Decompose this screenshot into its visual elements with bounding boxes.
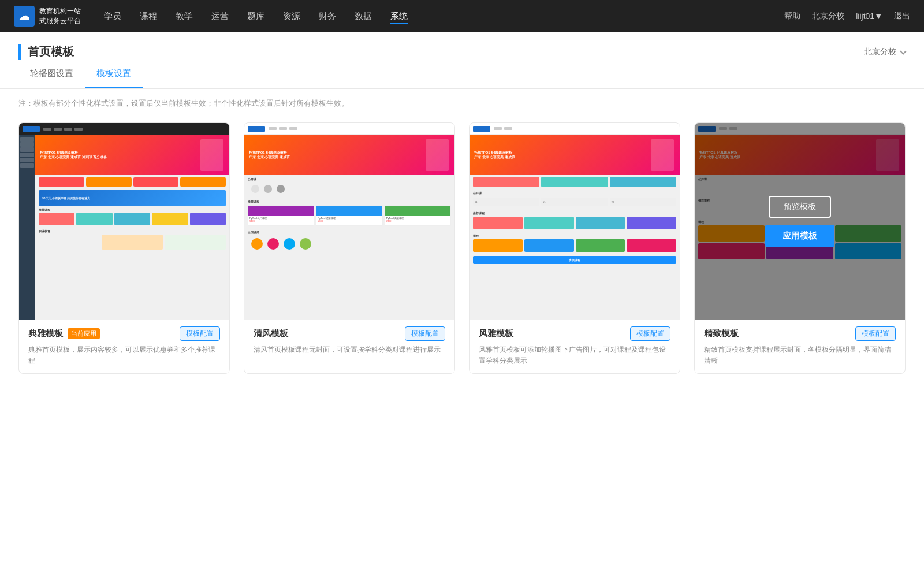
nav-item-system[interactable]: 系统 bbox=[390, 9, 408, 24]
sidebar-item bbox=[20, 137, 34, 142]
recommend-card bbox=[524, 217, 574, 229]
template-preview-2: 托福TPO1-54真题及解析广东 北京 心语完美 速成班 公开课 bbox=[244, 123, 454, 320]
public-section-2: 公开课 bbox=[244, 175, 454, 198]
avatar-1 bbox=[251, 185, 259, 193]
recommend-card bbox=[114, 213, 150, 225]
page-content: 首页模板 北京分校 轮播图设置 模板设置 注：模板有部分个性化样式设置，设置后仅… bbox=[0, 32, 924, 572]
course-card bbox=[473, 239, 523, 252]
nav-item-students[interactable]: 学员 bbox=[104, 9, 121, 24]
nav-item-questions[interactable]: 题库 bbox=[247, 9, 264, 24]
preview-inner-1: 托福TPO1-54真题及解析广东 北京 心语完美 速成班 冲刺班 百分准备 bbox=[19, 123, 229, 320]
course-card bbox=[576, 239, 625, 252]
nav-item-data[interactable]: 数据 bbox=[355, 9, 372, 24]
navigation: ☁ 教育机构一站 式服务云平台 学员 课程 教学 运营 题库 资源 财务 数据 … bbox=[0, 0, 924, 32]
logo-icon: ☁ bbox=[14, 6, 35, 27]
recommend-card bbox=[39, 213, 74, 225]
coupon-1 bbox=[39, 177, 84, 187]
template-name-2: 清风模板 bbox=[254, 328, 288, 339]
branch-selector[interactable]: 北京分校 bbox=[864, 47, 906, 57]
nav-item-finance[interactable]: 财务 bbox=[319, 9, 336, 24]
config-button-3[interactable]: 模板配置 bbox=[630, 326, 670, 341]
template-name-row-3: 风雅模板 模板配置 bbox=[479, 326, 670, 341]
sidebar-item bbox=[20, 163, 34, 168]
ads-row-3 bbox=[470, 175, 680, 189]
preview-nav-items-1 bbox=[43, 128, 83, 131]
course-card: PyTorch高级课程 ¥499 bbox=[385, 205, 451, 226]
nav-item-teaching[interactable]: 教学 bbox=[176, 9, 193, 24]
template-card-3: 托福TPO1-54真题及解析广东 北京 心语完美 速成班 公开课 ¥1 ¥1 bbox=[469, 122, 680, 374]
public-card: ¥1 bbox=[541, 198, 608, 206]
course-card bbox=[627, 239, 676, 252]
sidebar-item bbox=[20, 142, 34, 147]
public-card: ¥0 bbox=[610, 198, 676, 206]
apply-button-4[interactable]: 应用模板 bbox=[765, 225, 834, 247]
recommend-title-3: 推荐课程 bbox=[473, 211, 676, 215]
template-card-4: 托福TPO1-54真题及解析广东 北京 心语完美 速成班 公开课 推荐课程 课程 bbox=[694, 122, 906, 374]
course-img bbox=[385, 206, 450, 216]
avatar-3 bbox=[277, 185, 285, 193]
courses-title-1: 职业教育 bbox=[39, 229, 226, 233]
template-card-1: 托福TPO1-54真题及解析广东 北京 心语完美 速成班 冲刺班 百分准备 bbox=[18, 122, 230, 374]
preview-logo-3 bbox=[473, 126, 490, 132]
template-preview-4: 托福TPO1-54真题及解析广东 北京 心语完美 速成班 公开课 推荐课程 课程 bbox=[695, 123, 905, 320]
template-name-row-1: 典雅模板 当前应用 模板配置 bbox=[28, 326, 220, 341]
nav-user[interactable]: liijt01▼ bbox=[856, 12, 882, 21]
template-footer-3: 风雅模板 模板配置 风雅首页模板可添加轮播图下广告图片，可对课程及课程包设置学科… bbox=[470, 320, 680, 373]
teacher-row-2 bbox=[248, 236, 451, 252]
teacher-avatar-2 bbox=[267, 238, 279, 250]
preview-banner-img-1 bbox=[200, 139, 223, 171]
template-name-4: 精致模板 bbox=[704, 328, 739, 339]
sidebar-item bbox=[20, 147, 34, 152]
tabs-bar: 轮播图设置 模板设置 bbox=[0, 60, 924, 89]
template-desc-1: 典雅首页模板，展示内容较多，可以展示优惠券和多个推荐课程 bbox=[28, 344, 220, 366]
template-preview-3: 托福TPO1-54真题及解析广东 北京 心语完美 速成班 公开课 ¥1 ¥1 bbox=[470, 123, 680, 320]
preview-banner-text-2: 托福TPO1-54真题及解析广东 北京 心语完美 速成班 bbox=[249, 150, 290, 160]
nav-item-courses[interactable]: 课程 bbox=[140, 9, 157, 24]
tab-template[interactable]: 模板设置 bbox=[85, 60, 143, 88]
nav-item-resources[interactable]: 资源 bbox=[283, 9, 300, 24]
course-card bbox=[165, 235, 226, 250]
coupon-4 bbox=[180, 177, 226, 187]
recommend-card bbox=[627, 217, 676, 229]
logo: ☁ 教育机构一站 式服务云平台 bbox=[14, 6, 81, 27]
template-desc-3: 风雅首页模板可添加轮播图下广告图片，可对课程及课程包设置学科分类展示 bbox=[479, 344, 670, 366]
template-name-1: 典雅模板 bbox=[28, 328, 63, 339]
config-button-2[interactable]: 模板配置 bbox=[405, 326, 445, 341]
recommend-card bbox=[576, 217, 625, 229]
preview-nav-1 bbox=[19, 123, 229, 135]
preview-body-1: 托福TPO1-54真题及解析广东 北京 心语完美 速成班 冲刺班 百分准备 bbox=[19, 135, 229, 320]
nav-help[interactable]: 帮助 bbox=[784, 11, 800, 21]
promo-banner-1: 30天 让你摆脱平庸 知识使你更有魅力 bbox=[39, 190, 226, 206]
logo-text: 教育机构一站 式服务云平台 bbox=[39, 6, 81, 26]
tab-carousel[interactable]: 轮播图设置 bbox=[18, 60, 85, 88]
note-text: 注：模板有部分个性化样式设置，设置后仅当前模板生效；非个性化样式设置后针对所有模… bbox=[0, 89, 924, 118]
template-desc-4: 精致首页模板支持课程展示封面，各模板分隔明显，界面简洁清晰 bbox=[704, 344, 896, 366]
nav-branch[interactable]: 北京分校 bbox=[812, 11, 844, 21]
config-button-1[interactable]: 模板配置 bbox=[180, 326, 220, 341]
nav-item-operations[interactable]: 运营 bbox=[211, 9, 229, 24]
coupon-3 bbox=[133, 177, 179, 187]
preview-logo-2 bbox=[248, 126, 265, 132]
sidebar-item bbox=[20, 158, 34, 162]
preview-logo-1 bbox=[23, 126, 40, 132]
templates-grid: 托福TPO1-54真题及解析广东 北京 心语完美 速成班 冲刺班 百分准备 bbox=[0, 118, 924, 397]
preview-button-4[interactable]: 预览模板 bbox=[769, 196, 831, 218]
course-img bbox=[316, 206, 382, 216]
teacher-title-2: 全国讲师 bbox=[248, 231, 451, 234]
preview-banner-text-1: 托福TPO1-54真题及解析广东 北京 心语完美 速成班 冲刺班 百分准备 bbox=[40, 150, 107, 160]
public-section-3: 公开课 ¥1 ¥1 ¥0 bbox=[470, 189, 680, 209]
nav-logout[interactable]: 退出 bbox=[894, 11, 910, 21]
teacher-avatar-1 bbox=[251, 238, 263, 250]
public-card: ¥1 bbox=[473, 198, 539, 206]
teacher-avatar-4 bbox=[300, 238, 311, 250]
preview-nav-items-3 bbox=[494, 127, 512, 130]
coupon-row-1 bbox=[35, 177, 229, 188]
ad-card bbox=[541, 177, 608, 187]
config-button-4[interactable]: 模板配置 bbox=[855, 326, 896, 341]
current-badge-1: 当前应用 bbox=[68, 328, 100, 339]
template-name-row-2: 清风模板 模板配置 bbox=[254, 326, 445, 341]
course-card bbox=[39, 235, 100, 250]
page-title: 首页模板 bbox=[18, 44, 74, 60]
preview-sidebar-1 bbox=[19, 135, 35, 320]
template-footer-2: 清风模板 模板配置 清风首页模板课程无封面，可设置按学科分类对课程进行展示 bbox=[244, 320, 454, 362]
